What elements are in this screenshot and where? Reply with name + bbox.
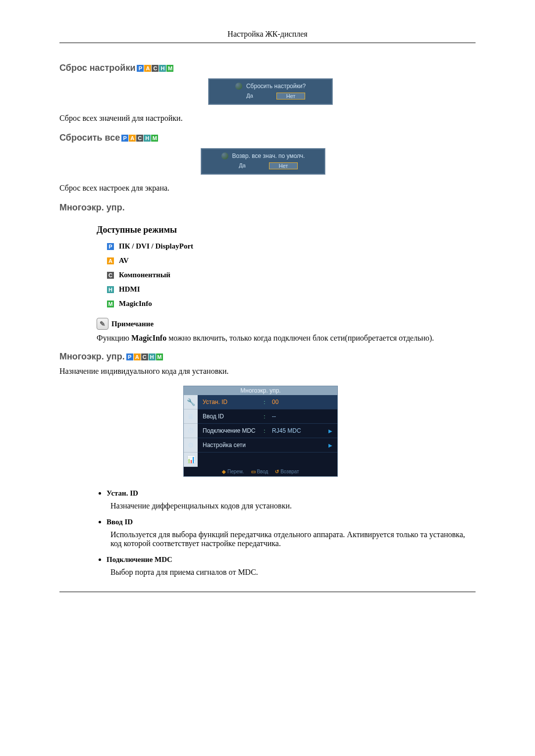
note-heading: ✎ Примечание [97,318,476,330]
reset-all-label: Сбросить все [59,133,120,143]
dialog-yes-button[interactable]: Да [228,162,256,169]
reset-all-desc: Сброс всех настроек для экрана. [59,184,476,193]
multi2-desc: Назначение индивидуального кода для уста… [59,367,476,376]
badge-h-icon: H [159,65,166,72]
mode-label: ПК / DVI / DisplayPort [119,242,193,251]
osd-row-label: Ввод ID [203,413,262,420]
osd-hint-move: ◆ Перем. [222,469,244,474]
badge-m-icon: M [107,301,114,307]
reset-settings-label: Сброс настройки [59,63,135,73]
osd-side-icon[interactable]: ⚙ [184,438,198,453]
badge-a-icon: A [129,135,136,142]
detail-item-set-id: Устан. ID Назначение дифференциальных ко… [107,489,476,510]
dialog-yes-button[interactable]: Да [236,93,264,100]
osd-side-icon[interactable]: 📊 [184,453,198,467]
osd-colon: : [262,414,267,419]
osd-row-label: Устан. ID [203,399,262,405]
osd-menu: Многоэкр. упр. 🔧 🖥 ⏱ ⚙ 📊 Устан. ID : 00 … [183,386,338,477]
osd-row-label: Настройка сети [203,442,262,449]
osd-row-label: Подключение MDC [203,427,262,434]
osd-row-input-id[interactable]: Ввод ID : -- [198,409,337,424]
dialog-question: Сбросить настройки? [246,83,306,90]
mode-label: MagicInfo [119,300,152,308]
badge-m-icon: M [151,135,158,142]
section-multi2-title: Многоэкр. упр. P A C H M [59,352,476,362]
dialog-no-button[interactable]: Нет [269,162,298,169]
osd-row-mdc[interactable]: Подключение MDC : RJ45 MDC ▶ [198,424,337,438]
dialog-question: Возвр. все знач. по умолч. [232,152,305,159]
badge-p-icon: P [107,243,114,250]
note-title: Примечание [111,320,154,328]
osd-side-icon[interactable]: 🔧 [184,395,198,409]
osd-sidebar: 🔧 🖥 ⏱ ⚙ 📊 [184,395,198,467]
badge-p-icon: P [126,353,133,360]
detail-item-mdc: Подключение MDC Выбор порта для приема с… [107,555,476,577]
mode-badges: P A C H M [136,65,173,72]
section-reset-all-title: Сбросить все P A C H M [59,133,476,143]
osd-side-icon[interactable]: 🖥 [184,409,198,424]
osd-row-value: 00 [267,399,332,405]
reset-settings-dialog: Сбросить настройки? Да Нет [208,78,333,105]
badge-c-icon: C [107,272,114,279]
badge-h-icon: H [149,353,156,360]
osd-row-value: RJ45 MDC [267,427,328,434]
osd-side-icon[interactable]: ⏱ [184,424,198,438]
section-multi-title: Многоэкр. упр. [59,202,476,213]
page-header: Настройка ЖК-дисплея [59,30,476,39]
detail-title: Подключение MDC [107,555,476,564]
dialog-icon [235,83,242,90]
mode-list: P ПК / DVI / DisplayPort A AV C Компонен… [97,242,476,308]
mode-item-hdmi: H HDMI [107,285,476,294]
mode-item-magicinfo: M MagicInfo [107,300,476,308]
multi2-label: Многоэкр. упр. [59,352,125,362]
badge-h-icon: H [144,135,151,142]
detail-title: Устан. ID [107,489,476,498]
badge-a-icon: A [144,65,151,72]
mode-label: HDMI [119,285,140,294]
badge-p-icon: P [137,65,144,72]
badge-c-icon: C [136,135,143,142]
mode-item-component: C Компонентный [107,271,476,279]
detail-item-input-id: Ввод ID Используется для выбора функций … [107,517,476,548]
mode-label: AV [119,256,129,265]
detail-desc: Назначение дифференциальных кодов для ус… [110,502,476,510]
mode-item-av: A AV [107,256,476,265]
badge-c-icon: C [141,353,148,360]
osd-row-set-id[interactable]: Устан. ID : 00 [198,395,337,409]
osd-row-value: -- [267,413,332,420]
badge-m-icon: M [166,65,173,72]
badge-m-icon: M [156,353,163,360]
chevron-right-icon: ▶ [328,443,332,448]
mode-badges: P A C H M [126,353,163,360]
modes-subhead: Доступные режимы [97,225,476,235]
badge-h-icon: H [107,286,114,293]
osd-row-network[interactable]: Настройка сети ▶ [198,438,337,453]
badge-p-icon: P [121,135,128,142]
badge-c-icon: C [152,65,159,72]
mode-badges: P A C H M [121,135,158,142]
detail-title: Ввод ID [107,518,476,526]
badge-a-icon: A [107,257,114,264]
note-icon: ✎ [97,318,108,330]
reset-all-dialog: Возвр. все знач. по умолч. Да Нет [201,148,325,175]
osd-footer: ◆ Перем. ▭ Ввод ↺ Возврат [184,467,337,476]
badge-a-icon: A [134,353,141,360]
osd-colon: : [262,428,267,434]
chevron-right-icon: ▶ [328,428,332,434]
note-body: Функцию MagicInfo можно включить, только… [97,334,476,343]
osd-hint-enter: ▭ Ввод [251,469,268,474]
section-reset-settings-title: Сброс настройки P A C H M [59,63,476,73]
reset-settings-desc: Сброс всех значений для настройки. [59,114,476,123]
osd-rows: Устан. ID : 00 Ввод ID : -- Подключение … [198,395,337,467]
osd-colon: : [262,400,267,405]
detail-desc: Выбор порта для приема сигналов от MDC. [110,568,476,577]
dialog-no-button[interactable]: Нет [276,93,305,100]
detail-list: Устан. ID Назначение дифференциальных ко… [97,489,476,577]
dialog-icon [221,152,228,159]
osd-menu-title: Многоэкр. упр. [184,386,337,395]
bottom-rule [59,592,476,592]
mode-item-pc: P ПК / DVI / DisplayPort [107,242,476,251]
top-rule [59,43,476,43]
mode-label: Компонентный [119,271,170,279]
detail-desc: Используется для выбора функций передатч… [110,530,476,548]
